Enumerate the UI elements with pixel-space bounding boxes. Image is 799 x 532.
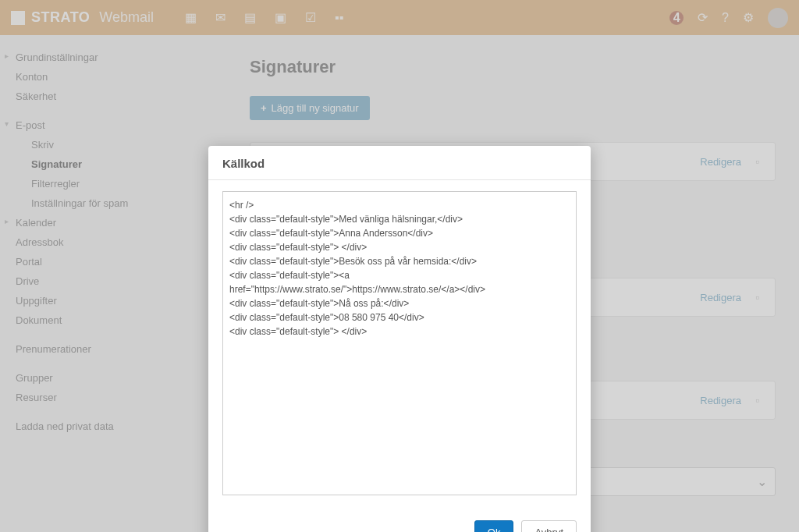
ok-button[interactable]: Ok [474, 520, 514, 532]
modal-overlay: Källkod Ok Avbryt [0, 0, 799, 532]
source-code-modal: Källkod Ok Avbryt [208, 146, 591, 532]
source-code-textarea[interactable] [222, 191, 577, 495]
modal-footer: Ok Avbryt [208, 511, 591, 532]
modal-title: Källkod [208, 146, 591, 179]
modal-body [208, 179, 591, 511]
cancel-button[interactable]: Avbryt [521, 520, 577, 532]
